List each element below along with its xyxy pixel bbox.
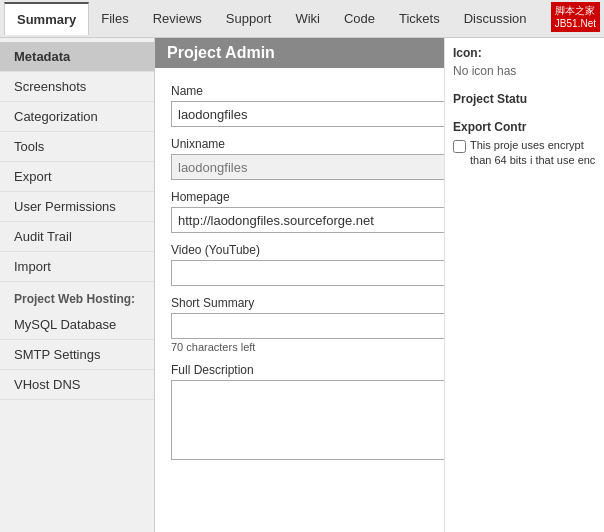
full-description-textarea[interactable] <box>171 380 444 460</box>
export-checkbox-label: This proje uses encrypt than 64 bits i t… <box>470 138 596 169</box>
full-description-label: Full Description <box>171 363 428 377</box>
export-checkbox-row: This proje uses encrypt than 64 bits i t… <box>453 138 596 169</box>
sidebar-item-import[interactable]: Import <box>0 252 154 282</box>
sidebar: Metadata Screenshots Categorization Tool… <box>0 38 155 532</box>
page-title: Project Admin <box>155 38 444 68</box>
sidebar-item-tools[interactable]: Tools <box>0 132 154 162</box>
name-input[interactable] <box>171 101 444 127</box>
homepage-field-group: Homepage <box>171 190 428 233</box>
short-summary-label: Short Summary <box>171 296 428 310</box>
nav-summary[interactable]: Summary <box>4 2 89 35</box>
nav-wiki[interactable]: Wiki <box>283 3 332 34</box>
content-area: Project Admin Name Unixname Homepage Vid… <box>155 38 444 532</box>
nav-code[interactable]: Code <box>332 3 387 34</box>
nav-support[interactable]: Support <box>214 3 284 34</box>
top-navigation: Summary Files Reviews Support Wiki Code … <box>0 0 604 38</box>
nav-discussion[interactable]: Discussion <box>452 3 539 34</box>
name-label: Name <box>171 84 428 98</box>
icon-section: Icon: No icon has <box>453 46 596 78</box>
sidebar-item-vhost[interactable]: VHost DNS <box>0 370 154 400</box>
sidebar-item-smtp[interactable]: SMTP Settings <box>0 340 154 370</box>
homepage-input[interactable] <box>171 207 444 233</box>
export-checkbox[interactable] <box>453 140 466 153</box>
nav-tickets[interactable]: Tickets <box>387 3 452 34</box>
right-panel: Icon: No icon has Project Statu Export C… <box>444 38 604 532</box>
icon-text: No icon has <box>453 64 596 78</box>
sidebar-hosting-label: Project Web Hosting: <box>0 282 154 310</box>
sidebar-item-mysql[interactable]: MySQL Database <box>0 310 154 340</box>
sidebar-item-categorization[interactable]: Categorization <box>0 102 154 132</box>
icon-label: Icon: <box>453 46 596 60</box>
project-status-label: Project Statu <box>453 92 596 106</box>
unixname-label: Unixname <box>171 137 428 151</box>
homepage-label: Homepage <box>171 190 428 204</box>
char-count: 70 characters left <box>171 341 428 353</box>
sidebar-item-screenshots[interactable]: Screenshots <box>0 72 154 102</box>
short-summary-field-group: Short Summary 70 characters left <box>171 296 428 353</box>
site-logo: 脚本之家 JB51.Net <box>551 2 600 32</box>
video-input[interactable] <box>171 260 444 286</box>
unixname-input[interactable] <box>171 154 444 180</box>
sidebar-item-audit-trail[interactable]: Audit Trail <box>0 222 154 252</box>
video-field-group: Video (YouTube) <box>171 243 428 286</box>
video-label: Video (YouTube) <box>171 243 428 257</box>
unixname-field-group: Unixname <box>171 137 428 180</box>
project-status-section: Project Statu <box>453 92 596 106</box>
main-layout: Metadata Screenshots Categorization Tool… <box>0 38 604 532</box>
sidebar-item-metadata[interactable]: Metadata <box>0 42 154 72</box>
sidebar-item-user-permissions[interactable]: User Permissions <box>0 192 154 222</box>
name-field-group: Name <box>171 84 428 127</box>
nav-reviews[interactable]: Reviews <box>141 3 214 34</box>
export-control-label: Export Contr <box>453 120 596 134</box>
full-description-field-group: Full Description <box>171 363 428 463</box>
sidebar-item-export[interactable]: Export <box>0 162 154 192</box>
nav-files[interactable]: Files <box>89 3 140 34</box>
short-summary-input[interactable] <box>171 313 444 339</box>
export-control-section: Export Contr This proje uses encrypt tha… <box>453 120 596 169</box>
